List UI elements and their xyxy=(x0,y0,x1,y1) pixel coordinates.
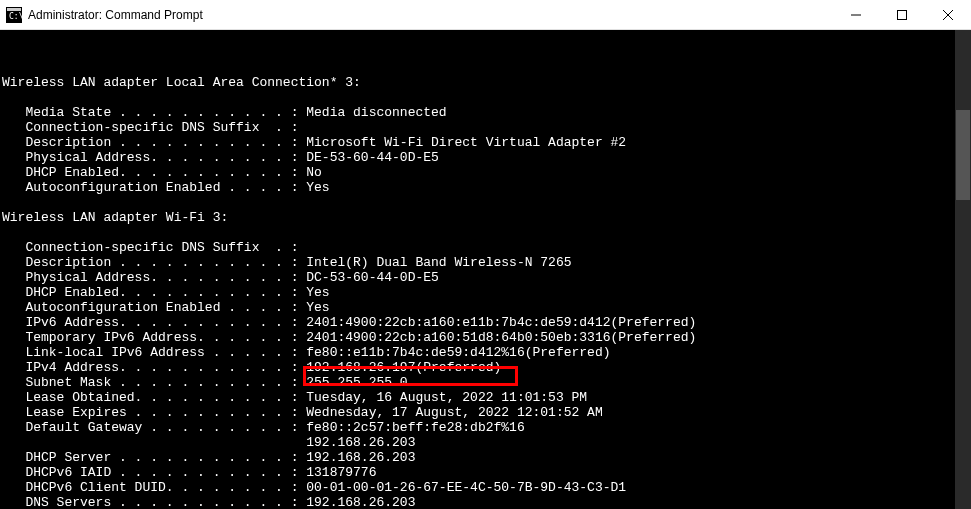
terminal-line: Connection-specific DNS Suffix . : xyxy=(2,120,969,135)
terminal-line: DHCPv6 IAID . . . . . . . . . . . : 1318… xyxy=(2,465,969,480)
window-titlebar: C:\ Administrator: Command Prompt xyxy=(0,0,971,30)
terminal-line: Description . . . . . . . . . . . : Micr… xyxy=(2,135,969,150)
scrollbar[interactable] xyxy=(955,30,971,509)
terminal-line: Media State . . . . . . . . . . . : Medi… xyxy=(2,105,969,120)
terminal-line: Physical Address. . . . . . . . . : DC-5… xyxy=(2,270,969,285)
terminal-line xyxy=(2,90,969,105)
terminal-line xyxy=(2,225,969,240)
terminal-line: Connection-specific DNS Suffix . : xyxy=(2,240,969,255)
terminal-line: DNS Servers . . . . . . . . . . . : 192.… xyxy=(2,495,969,509)
terminal-line: Lease Obtained. . . . . . . . . . : Tues… xyxy=(2,390,969,405)
window-title: Administrator: Command Prompt xyxy=(28,8,203,22)
terminal-line: Wireless LAN adapter Local Area Connecti… xyxy=(2,75,969,90)
terminal-lines: Wireless LAN adapter Local Area Connecti… xyxy=(2,60,969,509)
terminal-line: Link-local IPv6 Address . . . . . : fe80… xyxy=(2,345,969,360)
terminal-line: IPv6 Address. . . . . . . . . . . : 2401… xyxy=(2,315,969,330)
terminal-line xyxy=(2,195,969,210)
terminal-line: DHCP Enabled. . . . . . . . . . . : No xyxy=(2,165,969,180)
terminal-line: Lease Expires . . . . . . . . . . : Wedn… xyxy=(2,405,969,420)
terminal-line xyxy=(2,60,969,75)
terminal-line: Physical Address. . . . . . . . . : DE-5… xyxy=(2,150,969,165)
svg-rect-1 xyxy=(7,8,21,11)
terminal-line: DHCP Enabled. . . . . . . . . . . : Yes xyxy=(2,285,969,300)
svg-rect-4 xyxy=(898,10,907,19)
terminal-line: Autoconfiguration Enabled . . . . : Yes xyxy=(2,180,969,195)
cmd-icon: C:\ xyxy=(6,7,22,23)
close-button[interactable] xyxy=(925,0,971,29)
terminal-line: 192.168.26.203 xyxy=(2,435,969,450)
terminal-line: Wireless LAN adapter Wi-Fi 3: xyxy=(2,210,969,225)
terminal-output[interactable]: Wireless LAN adapter Local Area Connecti… xyxy=(0,30,971,509)
terminal-line: Autoconfiguration Enabled . . . . : Yes xyxy=(2,300,969,315)
terminal-line: DHCPv6 Client DUID. . . . . . . . : 00-0… xyxy=(2,480,969,495)
svg-text:C:\: C:\ xyxy=(9,12,22,21)
scrollbar-thumb[interactable] xyxy=(956,110,970,200)
terminal-line: IPv4 Address. . . . . . . . . . . : 192.… xyxy=(2,360,969,375)
maximize-button[interactable] xyxy=(879,0,925,29)
terminal-line: Subnet Mask . . . . . . . . . . . : 255.… xyxy=(2,375,969,390)
minimize-button[interactable] xyxy=(833,0,879,29)
terminal-line: Default Gateway . . . . . . . . . : fe80… xyxy=(2,420,969,435)
titlebar-left: C:\ Administrator: Command Prompt xyxy=(0,7,203,23)
terminal-line: DHCP Server . . . . . . . . . . . : 192.… xyxy=(2,450,969,465)
window-controls xyxy=(833,0,971,29)
terminal-line: Temporary IPv6 Address. . . . . . : 2401… xyxy=(2,330,969,345)
terminal-line: Description . . . . . . . . . . . : Inte… xyxy=(2,255,969,270)
